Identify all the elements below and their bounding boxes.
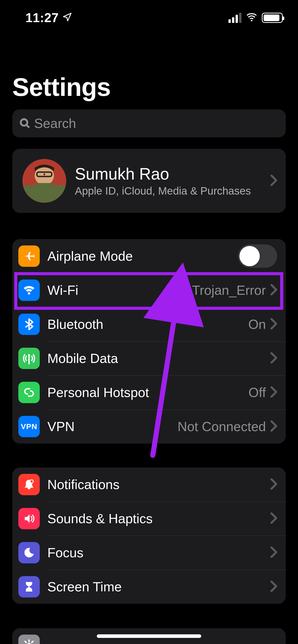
- chevron-right-icon: [270, 420, 277, 433]
- search-input[interactable]: Search: [12, 109, 286, 137]
- antenna-icon: [18, 348, 40, 369]
- row-label: Screen Time: [47, 579, 270, 594]
- airplane-icon: [18, 245, 40, 267]
- row-wifi[interactable]: Wi-Fi Trojan_Error: [12, 273, 286, 307]
- row-mobile-data[interactable]: Mobile Data: [12, 341, 286, 375]
- row-value: On: [248, 317, 266, 332]
- chevron-right-icon: [270, 386, 277, 399]
- svg-point-11: [30, 480, 33, 483]
- search-placeholder: Search: [34, 116, 76, 131]
- moon-icon: [18, 542, 40, 563]
- page-title: Settings: [12, 72, 111, 102]
- row-label: VPN: [47, 419, 178, 434]
- svg-line-2: [26, 125, 29, 128]
- profile-subtitle: Apple ID, iCloud, Media & Purchases: [75, 185, 270, 197]
- link-icon: [18, 382, 40, 403]
- chevron-right-icon: [270, 547, 277, 559]
- row-screen-time[interactable]: Screen Time: [12, 570, 286, 604]
- settings-group-connectivity: Airplane Mode Wi-Fi Trojan_Error Bluetoo…: [12, 239, 286, 444]
- home-indicator[interactable]: [97, 634, 201, 638]
- search-icon: [19, 118, 31, 129]
- row-label: Airplane Mode: [47, 248, 238, 264]
- status-right: [228, 12, 283, 24]
- hourglass-icon: [18, 576, 40, 597]
- chevron-right-icon: [270, 581, 277, 593]
- chevron-right-icon: [270, 352, 277, 364]
- chevron-right-icon: [270, 175, 277, 187]
- row-label: Notifications: [47, 477, 270, 492]
- chevron-right-icon: [270, 478, 277, 491]
- row-value: Not Connected: [178, 419, 266, 434]
- bell-icon: [18, 474, 40, 495]
- row-bluetooth[interactable]: Bluetooth On: [12, 307, 286, 341]
- battery-icon: [262, 13, 283, 23]
- svg-point-0: [251, 20, 252, 21]
- row-sounds[interactable]: Sounds & Haptics: [12, 502, 286, 536]
- svg-point-1: [21, 119, 28, 126]
- chevron-right-icon: [270, 513, 277, 525]
- row-label: Personal Hotspot: [47, 385, 249, 400]
- wifi-status-icon: [246, 12, 257, 24]
- row-vpn[interactable]: VPN VPN Not Connected: [12, 409, 286, 444]
- row-personal-hotspot[interactable]: Personal Hotspot Off: [12, 375, 286, 409]
- chevron-right-icon: [270, 318, 277, 330]
- status-time: 11:27: [25, 10, 59, 25]
- row-value: Off: [249, 385, 266, 400]
- cellular-signal-icon: [228, 13, 241, 23]
- bluetooth-icon: [18, 314, 40, 335]
- status-left: 11:27: [25, 10, 72, 25]
- profile-name: Sumukh Rao: [75, 165, 270, 183]
- row-value: Trojan_Error: [192, 283, 266, 298]
- row-notifications[interactable]: Notifications: [12, 467, 286, 502]
- row-label: Focus: [47, 545, 270, 560]
- row-label: Sounds & Haptics: [47, 511, 270, 526]
- airplane-toggle[interactable]: [238, 244, 277, 268]
- vpn-icon: VPN: [18, 416, 40, 437]
- svg-rect-6: [36, 183, 53, 196]
- wifi-icon: [18, 280, 40, 301]
- row-focus[interactable]: Focus: [12, 536, 286, 570]
- row-label: Mobile Data: [47, 351, 270, 366]
- row-label: Bluetooth: [47, 317, 248, 332]
- row-label: Wi-Fi: [47, 283, 192, 298]
- avatar: [22, 159, 66, 203]
- location-arrow-icon: [62, 10, 72, 25]
- row-airplane-mode[interactable]: Airplane Mode: [12, 239, 286, 273]
- svg-point-9: [28, 292, 30, 295]
- status-bar: 11:27: [0, 0, 298, 36]
- gear-icon: [18, 635, 40, 644]
- svg-point-10: [28, 354, 30, 356]
- profile-row[interactable]: Sumukh Rao Apple ID, iCloud, Media & Pur…: [12, 149, 286, 213]
- chevron-right-icon: [270, 284, 277, 296]
- speaker-icon: [18, 508, 40, 529]
- settings-group-alerts: Notifications Sounds & Haptics Focus Scr…: [12, 467, 286, 604]
